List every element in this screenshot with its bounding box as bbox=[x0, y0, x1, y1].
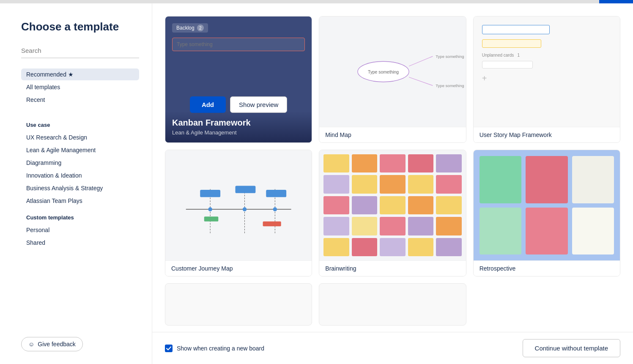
template-usm[interactable]: Unplanned cards 1 + User Story Map Frame… bbox=[473, 16, 620, 143]
cjm-preview bbox=[165, 150, 312, 260]
nav-recent-label: Recent bbox=[26, 96, 45, 103]
modal: Choose a template Recommended ★ All temp… bbox=[0, 3, 633, 364]
modal-title: Choose a template bbox=[21, 20, 139, 33]
nav-diagramming[interactable]: Diagramming bbox=[21, 157, 139, 169]
kanban-preview: Backlog Add Show preview Kanban Framewor… bbox=[165, 16, 312, 142]
show-preview-button[interactable]: Show preview bbox=[230, 96, 287, 113]
main-nav: Recommended ★ All templates Recent bbox=[21, 68, 139, 107]
bottom-bar: Show when creating a new board Continue … bbox=[152, 332, 633, 364]
kanban-tag: Backlog bbox=[172, 23, 208, 33]
svg-rect-17 bbox=[263, 222, 281, 226]
nav-all-templates[interactable]: All templates bbox=[21, 81, 139, 93]
nav-recent[interactable]: Recent bbox=[21, 94, 139, 106]
template-cjm[interactable]: Customer Journey Map bbox=[165, 150, 312, 276]
nav-recommended[interactable]: Recommended ★ bbox=[21, 68, 139, 80]
kanban-subtitle: Lean & Agile Management bbox=[172, 129, 305, 136]
use-case-nav: UX Research & Design Lean & Agile Manage… bbox=[21, 131, 139, 208]
nav-innovation[interactable]: Innovation & Ideation bbox=[21, 170, 139, 181]
template-brainwriting[interactable]: Brainwriting bbox=[319, 150, 466, 276]
svg-line-3 bbox=[409, 77, 433, 85]
add-button[interactable]: Add bbox=[190, 96, 226, 113]
checkbox-label: Show when creating a new board bbox=[177, 345, 264, 352]
give-feedback-button[interactable]: ☺ Give feedback bbox=[21, 337, 83, 351]
custom-nav: Personal Shared bbox=[21, 224, 139, 249]
nav-shared[interactable]: Shared bbox=[21, 237, 139, 249]
search-input[interactable] bbox=[21, 44, 139, 58]
svg-point-15 bbox=[273, 207, 277, 211]
partial-card-1[interactable] bbox=[165, 283, 312, 326]
mindmap-svg: Type something Type something Type somet… bbox=[319, 16, 466, 127]
nav-personal[interactable]: Personal bbox=[21, 224, 139, 236]
svg-point-14 bbox=[243, 207, 247, 211]
mindmap-preview: Type something Type something Type somet… bbox=[319, 16, 466, 127]
nav-atlassian[interactable]: Atlassian Team Plays bbox=[21, 195, 139, 207]
svg-line-2 bbox=[409, 56, 433, 66]
nav-recommended-label: Recommended ★ bbox=[26, 71, 74, 78]
templates-grid: Backlog Add Show preview Kanban Framewor… bbox=[152, 3, 633, 332]
kanban-title: Kanban Framework bbox=[172, 118, 305, 128]
kanban-input[interactable] bbox=[172, 38, 305, 51]
template-kanban[interactable]: Backlog Add Show preview Kanban Framewor… bbox=[165, 16, 312, 143]
nav-agile[interactable]: Lean & Agile Management bbox=[21, 144, 139, 156]
sidebar: Choose a template Recommended ★ All temp… bbox=[0, 3, 152, 364]
template-retro[interactable]: Retrospective bbox=[473, 150, 620, 276]
kanban-title-block: Kanban Framework Lean & Agile Management bbox=[165, 111, 312, 142]
show-checkbox[interactable] bbox=[165, 345, 173, 352]
svg-rect-10 bbox=[200, 190, 220, 197]
brainwriting-preview bbox=[319, 150, 466, 260]
smiley-icon: ☺ bbox=[28, 341, 34, 348]
svg-text:Type something: Type something bbox=[368, 70, 399, 74]
retro-label: Retrospective bbox=[474, 260, 620, 276]
nav-business[interactable]: Business Analysis & Strategy bbox=[21, 182, 139, 194]
nav-all-label: All templates bbox=[26, 84, 60, 90]
svg-rect-11 bbox=[236, 186, 256, 193]
usm-preview: Unplanned cards 1 + bbox=[474, 16, 620, 127]
use-case-header: Use case bbox=[26, 122, 139, 128]
partial-card-2[interactable] bbox=[319, 283, 466, 326]
svg-text:Type something: Type something bbox=[436, 54, 464, 59]
checkbox-wrap: Show when creating a new board bbox=[165, 345, 518, 352]
sidebar-bottom: ☺ Give feedback bbox=[21, 337, 139, 356]
svg-text:Type something: Type something bbox=[436, 83, 464, 88]
cjm-label: Customer Journey Map bbox=[165, 260, 312, 276]
top-bar bbox=[0, 0, 633, 3]
cjm-svg bbox=[174, 159, 303, 252]
main-content: Backlog Add Show preview Kanban Framewor… bbox=[152, 3, 633, 364]
retro-preview bbox=[474, 150, 620, 260]
template-mindmap[interactable]: Type something Type something Type somet… bbox=[319, 16, 466, 143]
usm-label: User Story Map Framework bbox=[474, 127, 620, 142]
checkmark-icon bbox=[166, 346, 171, 350]
custom-templates-header: Custom templates bbox=[26, 214, 139, 221]
brainwriting-label: Brainwriting bbox=[319, 260, 466, 276]
continue-without-template-button[interactable]: Continue without template bbox=[523, 339, 620, 357]
nav-ux[interactable]: UX Research & Design bbox=[21, 131, 139, 143]
give-feedback-label: Give feedback bbox=[38, 341, 76, 348]
svg-rect-12 bbox=[266, 190, 286, 197]
svg-point-13 bbox=[208, 207, 212, 211]
svg-rect-16 bbox=[204, 216, 219, 221]
mindmap-label: Mind Map bbox=[319, 127, 466, 142]
